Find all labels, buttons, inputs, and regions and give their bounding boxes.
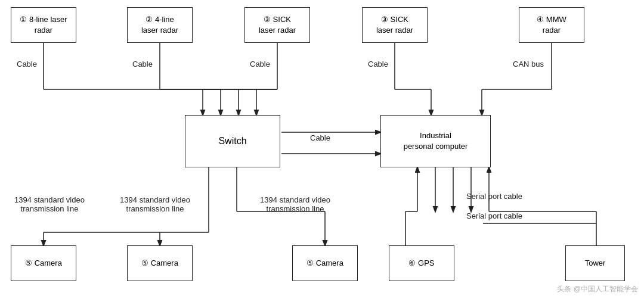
canbus-label: CAN bus (513, 60, 544, 68)
tower-box: Tower (565, 245, 625, 281)
trans-label-1: 1394 standard videotransmission line (11, 195, 88, 213)
cable-label-1: Cable (17, 60, 37, 68)
cable-label-4: Cable (368, 60, 388, 68)
switch-box: Switch (185, 115, 280, 167)
laser4-box: ② 4-linelaser radar (127, 7, 193, 43)
camera2-box: ⑤ Camera (127, 245, 193, 281)
sick1-box: ③ SICKlaser radar (244, 7, 310, 43)
camera1-box: ⑤ Camera (11, 245, 76, 281)
diagram: ① 8-line laser radar ② 4-linelaser radar… (0, 0, 644, 299)
mmw-box: ④ MMWradar (519, 7, 584, 43)
cable-label-2: Cable (132, 60, 153, 68)
cable-label-5: Cable (310, 133, 330, 142)
camera3-box: ⑤ Camera (292, 245, 358, 281)
laser8-box: ① 8-line laser radar (11, 7, 76, 43)
sick2-box: ③ SICKlaser radar (362, 7, 428, 43)
serial-label-2: Serial port cable (466, 211, 522, 220)
trans-label-2: 1394 standard videotransmission line (116, 195, 194, 213)
ipc-box: Industrialpersonal computer (380, 115, 491, 167)
trans-label-3: 1394 standard videotransmission line (250, 195, 340, 213)
cable-label-3: Cable (250, 60, 270, 68)
serial-label-1: Serial port cable (466, 192, 522, 201)
gps-box: ⑥ GPS (389, 245, 454, 281)
watermark: 头条 @中国人工智能学会 (557, 284, 638, 294)
